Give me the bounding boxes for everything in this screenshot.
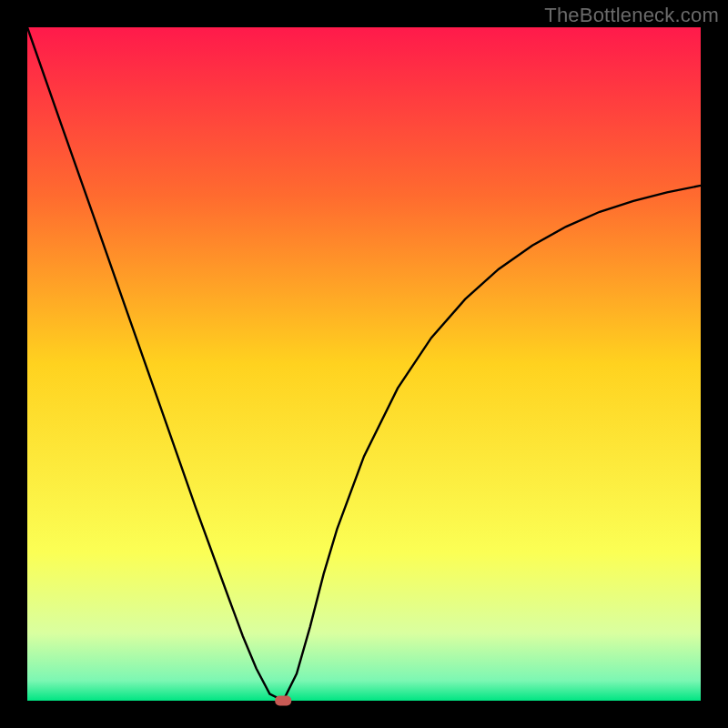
chart-container: TheBottleneck.com [0,0,728,728]
watermark-text: TheBottleneck.com [544,4,719,27]
bottleneck-chart [0,0,728,728]
plot-background [27,27,701,701]
optimum-marker [275,696,291,706]
